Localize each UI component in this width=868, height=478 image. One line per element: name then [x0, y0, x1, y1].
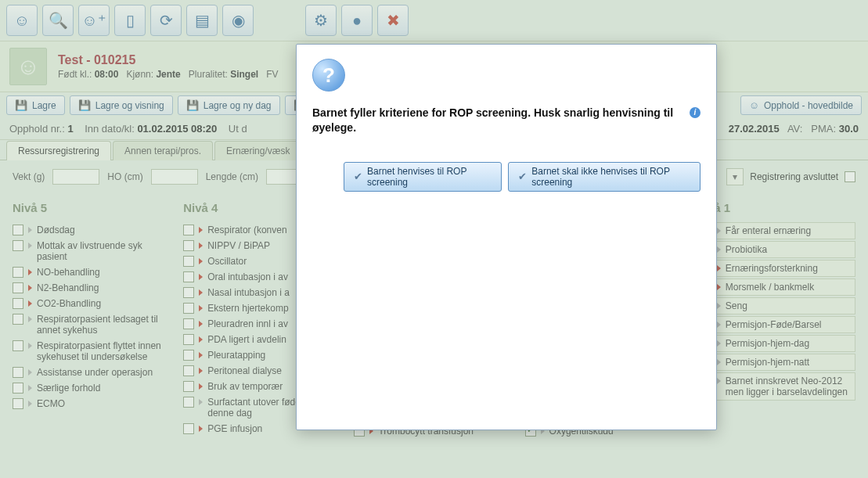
info-icon[interactable]: i: [690, 107, 701, 118]
list-item[interactable]: Morsmelk / bankmelk: [696, 279, 855, 296]
list-item[interactable]: Seng: [696, 297, 855, 314]
item-checkbox[interactable]: [183, 423, 194, 434]
item-checkbox[interactable]: [183, 271, 194, 282]
tb-book-icon[interactable]: ▤: [186, 5, 218, 36]
tb-eye-icon[interactable]: ◉: [222, 5, 254, 36]
tab-ressurs[interactable]: Ressursregistrering: [6, 141, 111, 160]
item-label: Morsmelk / bankmelk: [726, 282, 850, 293]
item-checkbox[interactable]: [13, 314, 23, 325]
ho-input[interactable]: [151, 169, 198, 185]
item-checkbox[interactable]: [183, 240, 194, 251]
item-label: Særlige forhold: [37, 383, 172, 394]
flag-icon: [717, 378, 721, 384]
list-item[interactable]: Barnet innskrevet Neo-2012 men ligger i …: [696, 372, 855, 401]
flag-icon: [28, 369, 32, 376]
save-new-day-button[interactable]: 💾Lagre og ny dag: [178, 95, 280, 115]
ho-label: HO (cm): [107, 171, 142, 182]
flag-icon: [28, 316, 32, 322]
list-item[interactable]: CO2-Bhandling: [13, 296, 172, 311]
tb-globe-icon[interactable]: ●: [341, 5, 373, 36]
item-checkbox[interactable]: [13, 225, 23, 235]
niv5-col: Nivå 5 DødsdagMottak av livstruende syk …: [13, 196, 172, 439]
tb-person-icon[interactable]: ☺: [6, 5, 38, 36]
item-checkbox[interactable]: [183, 350, 194, 361]
tb-person-plus-icon[interactable]: ☺⁺: [78, 5, 110, 36]
item-checkbox[interactable]: [13, 267, 23, 278]
item-checkbox[interactable]: [13, 367, 23, 378]
item-checkbox[interactable]: [183, 303, 194, 314]
niv5-title: Nivå 5: [13, 201, 172, 214]
question-icon: ?: [312, 59, 345, 92]
item-label: Får enteral ernæring: [726, 225, 850, 236]
item-checkbox[interactable]: [183, 256, 194, 267]
flag-icon: [199, 243, 203, 249]
tb-refresh-icon[interactable]: ⟳: [150, 5, 182, 36]
flag-icon: [199, 399, 203, 405]
flag-icon: [28, 401, 32, 407]
item-checkbox[interactable]: [13, 340, 23, 351]
item-checkbox[interactable]: [183, 365, 194, 376]
flag-icon: [199, 336, 203, 343]
item-checkbox[interactable]: [183, 287, 194, 298]
reg-av-label: Registrering avsluttet: [750, 171, 838, 182]
item-checkbox[interactable]: [183, 318, 194, 329]
list-item[interactable]: N2-Behandling: [13, 280, 172, 296]
list-item[interactable]: Permisjon-Føde/Barsel: [696, 316, 855, 333]
vekt-label: Vekt (g): [13, 171, 45, 182]
item-checkbox[interactable]: [13, 383, 23, 394]
vekt-input[interactable]: [52, 169, 99, 185]
flag-icon: [717, 359, 721, 365]
list-item[interactable]: Ernæringsforsterkning: [696, 260, 855, 277]
save-view-button[interactable]: 💾Lagre og visning: [70, 95, 173, 115]
tb-search-icon[interactable]: 🔍: [42, 5, 74, 36]
tb-close-icon[interactable]: ✖: [377, 5, 409, 36]
person-icon: ☺: [749, 99, 759, 111]
flag-icon: [717, 265, 721, 271]
opphold-button[interactable]: ☺Opphold - hovedbilde: [740, 95, 862, 115]
save-button[interactable]: 💾Lagre: [6, 95, 65, 115]
tb-gears-icon[interactable]: ⚙: [305, 5, 337, 36]
flag-icon: [717, 284, 721, 290]
item-checkbox[interactable]: [13, 298, 23, 309]
list-item[interactable]: Mottak av livstruende syk pasient: [13, 238, 172, 264]
tab-annen[interactable]: Annen terapi/pros.: [113, 141, 213, 160]
flag-icon: [28, 385, 32, 391]
patient-subline: Født kl.: 08:00 Kjønn: Jente Pluralitet:…: [58, 69, 279, 80]
item-label: NO-behandling: [37, 267, 172, 278]
item-checkbox[interactable]: [183, 225, 194, 235]
rop-yes-button[interactable]: ✔Barnet henvises til ROP screening: [344, 162, 502, 192]
item-checkbox[interactable]: [183, 334, 194, 345]
flag-icon: [199, 274, 203, 280]
item-checkbox[interactable]: [13, 398, 23, 409]
reg-av-checkbox[interactable]: [845, 171, 855, 182]
list-item[interactable]: Permisjon-hjem-dag: [696, 335, 855, 352]
list-item[interactable]: Respiratorpasient flyttet innen sykehuse…: [13, 338, 172, 365]
modal-message: Barnet fyller kriteriene for ROP screeni…: [312, 106, 701, 135]
item-label: Assistanse under operasjon: [37, 367, 172, 378]
item-label: Probiotika: [726, 244, 850, 255]
list-item[interactable]: Probiotika: [696, 241, 855, 258]
save-icon: 💾: [15, 99, 27, 111]
list-item[interactable]: ECMO: [13, 396, 172, 412]
list-item[interactable]: NO-behandling: [13, 264, 172, 280]
list-item[interactable]: Dødsdag: [13, 222, 172, 238]
flag-icon: [199, 368, 203, 374]
list-item[interactable]: Særlige forhold: [13, 380, 172, 396]
item-checkbox[interactable]: [183, 397, 194, 408]
list-item[interactable]: Respiratorpasient ledsaget til annet syk…: [13, 311, 172, 338]
flag-icon: [199, 321, 203, 327]
dropdown-toggle[interactable]: ▾: [726, 168, 744, 185]
list-item[interactable]: Permisjon-hjem-natt: [696, 354, 855, 371]
item-label: Ernæringsforsterkning: [726, 263, 850, 274]
rop-modal: ? Barnet fyller kriteriene for ROP scree…: [296, 44, 717, 430]
tab-ernaering[interactable]: Ernæring/væsk: [214, 141, 301, 160]
item-label: Mottak av livstruende syk pasient: [37, 240, 172, 262]
list-item[interactable]: Assistanse under operasjon: [13, 365, 172, 380]
rop-no-button[interactable]: ✔Barnet skal ikke henvises til ROP scree…: [508, 162, 701, 192]
avatar: ☺: [9, 48, 47, 85]
list-item[interactable]: Får enteral ernæring: [696, 222, 855, 239]
item-checkbox[interactable]: [13, 240, 23, 251]
item-checkbox[interactable]: [13, 282, 23, 293]
tb-document-icon[interactable]: ▯: [114, 5, 146, 36]
item-checkbox[interactable]: [183, 381, 194, 392]
